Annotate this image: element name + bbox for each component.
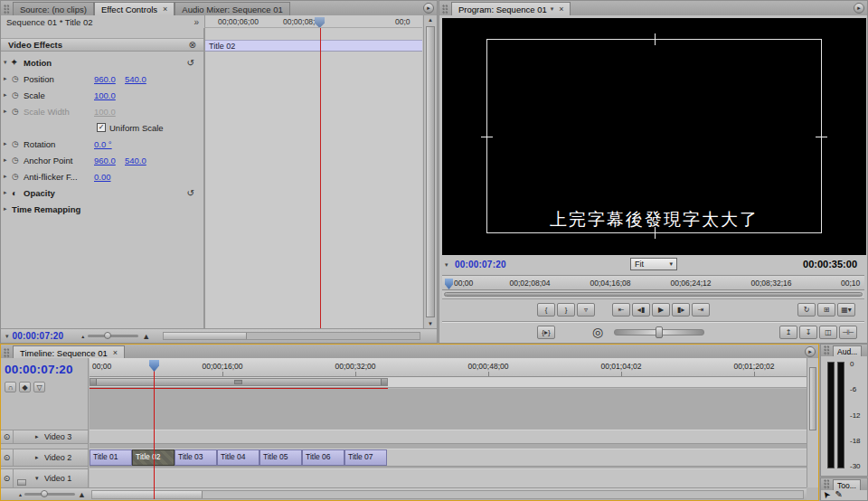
work-area-center-handle[interactable] <box>234 380 242 384</box>
scroll-up-icon[interactable]: ▲ <box>424 17 437 23</box>
set-out-button[interactable]: } <box>557 303 575 317</box>
twirl-right-icon[interactable]: ▸ <box>4 75 12 82</box>
zoom-slider-thumb[interactable] <box>41 490 48 497</box>
snap-icon[interactable]: ∩ <box>5 382 16 392</box>
ec-clip-bar[interactable]: Title 02 <box>205 40 422 52</box>
scrollbar-thumb[interactable] <box>426 26 435 317</box>
reset-icon[interactable]: ↺ <box>187 58 194 68</box>
stopwatch-icon[interactable]: ◷ <box>12 156 24 165</box>
timeline-clip[interactable]: Title 03 <box>175 449 217 466</box>
timeline-clip[interactable]: Title 01 <box>90 449 132 466</box>
rotation-value[interactable]: 0.0 ° <box>94 139 121 149</box>
stopwatch-icon[interactable]: ◷ <box>12 74 24 83</box>
twirl-right-icon[interactable]: ▸ <box>4 140 12 147</box>
tab-source[interactable]: Source: (no clips) <box>13 2 94 15</box>
stopwatch-icon[interactable]: ◷ <box>12 172 24 181</box>
timeline-horizontal-scrollbar[interactable] <box>91 490 804 499</box>
twirl-down-icon[interactable]: ▾ <box>4 59 12 66</box>
panel-menu-button[interactable]: ▸ <box>854 3 864 14</box>
timeline-ruler[interactable]: 00;00 00;00;16;00 00;00;32;00 00;00;48;0… <box>90 358 807 377</box>
tab-audio-meters[interactable]: Aud... <box>833 345 862 356</box>
zoom-level-select[interactable]: Fit ▾ <box>630 258 677 270</box>
tab-program[interactable]: Program: Sequence 01 ▾ × <box>451 2 571 15</box>
tab-effect-controls[interactable]: Effect Controls × <box>94 2 175 15</box>
panel-grip[interactable] <box>4 5 10 14</box>
video3-track-lane[interactable] <box>90 430 807 444</box>
safe-margins-button[interactable]: ⊞ <box>817 303 835 317</box>
stopwatch-icon[interactable]: ◷ <box>12 90 24 99</box>
scrollbar-thumb[interactable] <box>164 333 247 339</box>
program-playhead[interactable] <box>445 279 453 289</box>
work-area-end-handle[interactable] <box>381 379 387 385</box>
shuttle-thumb[interactable] <box>656 326 663 338</box>
work-area-bar[interactable] <box>90 377 807 388</box>
export-frame-button[interactable]: ◫ <box>819 326 837 339</box>
program-time-ruler[interactable]: 00;00 00;02;08;04 00;04;16;08 00;06;24;1… <box>442 275 864 290</box>
lift-button[interactable]: ↥ <box>779 326 797 339</box>
tab-audio-mixer[interactable]: Audio Mixer: Sequence 01 <box>175 2 289 15</box>
play-button[interactable]: ▶ <box>652 303 670 317</box>
trim-button[interactable]: ⊣⊢ <box>839 326 857 339</box>
add-marker-button[interactable]: ▿ <box>577 303 595 317</box>
step-back-button[interactable]: ◂▮ <box>632 303 650 317</box>
timeline-clip[interactable]: Title 05 <box>259 449 302 466</box>
scale-value[interactable]: 100.0 <box>94 90 121 100</box>
video1-track-lane[interactable] <box>90 468 807 488</box>
set-encore-marker-icon[interactable]: ◆ <box>19 382 31 392</box>
output-button[interactable]: ▦▾ <box>837 303 855 317</box>
track-display-style-button[interactable] <box>17 479 26 486</box>
extract-button[interactable]: ↧ <box>799 326 817 339</box>
program-view-area-bar[interactable] <box>442 291 864 299</box>
param-row-scale[interactable]: ▸ ◷ Scale 100.0 <box>1 87 203 103</box>
twirl-right-icon[interactable]: ▸ <box>4 205 12 213</box>
shuttle-control[interactable] <box>614 329 704 336</box>
panel-menu-button[interactable]: ▸ <box>805 346 816 357</box>
twirl-right-icon[interactable]: ▸ <box>35 454 43 461</box>
twirl-right-icon[interactable]: ▸ <box>4 189 12 196</box>
param-row-anchor-point[interactable]: ▸ ◷ Anchor Point 960.0 540.0 <box>1 152 203 168</box>
work-area-start-handle[interactable] <box>90 379 97 385</box>
anchor-y-value[interactable]: 540.0 <box>125 156 152 165</box>
set-in-button[interactable]: { <box>537 303 555 317</box>
timeline-current-time[interactable]: 00:00:07:20 <box>5 363 88 376</box>
param-row-anti-flicker[interactable]: ▸ ◷ Anti-flicker F... 0.00 <box>1 168 203 184</box>
panel-grip[interactable] <box>824 345 830 355</box>
close-icon[interactable]: × <box>163 5 167 14</box>
ec-vertical-scrollbar[interactable]: ▲ ▼ <box>423 15 437 328</box>
work-area-segment[interactable] <box>90 378 388 386</box>
param-row-uniform-scale[interactable]: ✓ Uniform Scale <box>1 119 203 136</box>
zoom-out-icon[interactable]: ▴ <box>19 491 22 497</box>
zoom-in-icon[interactable]: ▲ <box>78 490 86 499</box>
clear-effects-icon[interactable]: ⊗ <box>189 40 196 50</box>
track-header-video1[interactable]: ⊙ ▾ Video 1 <box>1 468 89 488</box>
video2-track-lane[interactable]: Title 01 Title 02 Title 03 Title 04 Titl… <box>90 449 807 467</box>
position-x-value[interactable]: 960.0 <box>94 74 121 84</box>
scrollbar-thumb[interactable] <box>92 491 203 498</box>
program-current-time[interactable]: 00:00:07:20 <box>455 260 506 269</box>
ec-horizontal-scrollbar[interactable] <box>163 332 420 340</box>
video-effects-header[interactable]: Video Effects ⊗ <box>1 38 203 52</box>
ec-mini-time-ruler[interactable]: 00;00;06;00 00;00;08;00 00;0 <box>204 15 422 28</box>
twirl-down-icon[interactable]: ▾ <box>35 475 43 482</box>
chevron-down-icon[interactable]: ▾ <box>551 5 554 13</box>
twirl-right-icon[interactable]: ▸ <box>35 433 43 440</box>
toggle-track-output-button[interactable]: ⊙ <box>1 449 14 466</box>
timeline-clip[interactable]: Title 04 <box>217 449 259 466</box>
track-header-video3[interactable]: ⊙ ▸ Video 3 <box>1 430 89 444</box>
zoom-slider-thumb[interactable] <box>104 332 111 339</box>
anchor-x-value[interactable]: 960.0 <box>94 156 121 165</box>
scroll-down-icon[interactable]: ▼ <box>424 321 437 326</box>
panel-grip[interactable] <box>4 348 10 358</box>
twirl-right-icon[interactable]: ▸ <box>4 173 12 180</box>
timeline-zoom-slider[interactable] <box>24 493 75 496</box>
twirl-right-icon[interactable]: ▸ <box>4 91 12 99</box>
stopwatch-icon[interactable]: ◷ <box>12 139 24 148</box>
play-in-to-out-button[interactable]: {▸} <box>537 326 555 339</box>
toggle-track-output-button[interactable]: ⊙ <box>1 469 14 487</box>
param-row-rotation[interactable]: ▸ ◷ Rotation 0.0 ° <box>1 136 203 152</box>
zoom-out-icon[interactable]: ▴ <box>81 333 84 339</box>
panel-menu-button[interactable]: ▸ <box>423 3 434 14</box>
track-header-video2[interactable]: ⊙ ▸ Video 2 <box>1 449 89 467</box>
close-icon[interactable]: × <box>559 5 563 14</box>
show-timeline-view-button[interactable]: » <box>193 17 199 27</box>
